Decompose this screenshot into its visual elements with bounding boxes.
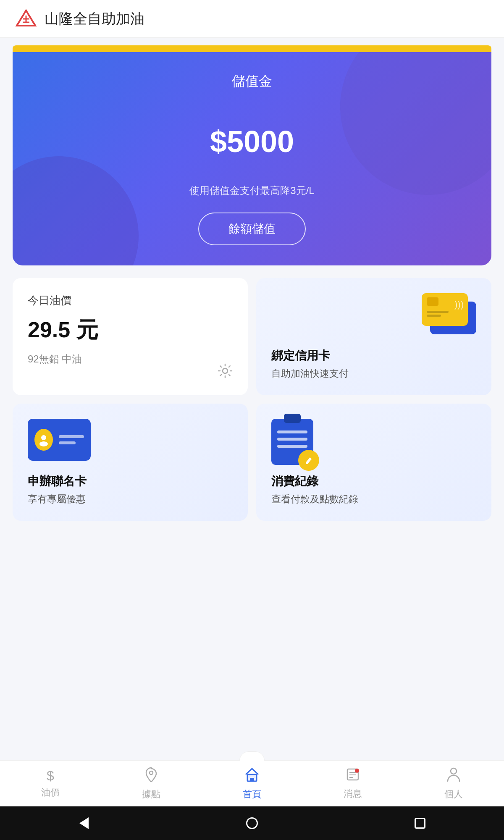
android-home-button[interactable] [243, 814, 261, 832]
grid-row-2: 申辦聯名卡 享有專屬優惠 消費紀錄 查看付款及點數紀錄 [0, 404, 504, 533]
accent-bar [13, 45, 491, 52]
record-icon-wrap [271, 419, 326, 465]
app-header: 山隆全自助加油 [0, 0, 504, 38]
app-title: 山隆全自助加油 [45, 9, 144, 29]
profile-icon [446, 767, 461, 785]
mc-line [59, 435, 84, 438]
cc-line [427, 315, 441, 317]
rec-clipboard-icon [271, 419, 313, 465]
nav-item-home[interactable]: 首頁 [202, 761, 302, 806]
android-back-button[interactable] [75, 814, 93, 832]
android-recent-button[interactable] [411, 814, 429, 832]
member-card-card[interactable]: 申辦聯名卡 享有專屬優惠 [13, 404, 248, 521]
back-triangle-icon [79, 817, 89, 829]
svg-rect-9 [250, 778, 254, 781]
topup-button[interactable]: 餘額儲值 [198, 213, 306, 245]
cc-chip-icon [427, 297, 438, 306]
oil-price-value: 29.5 元 [28, 315, 233, 345]
cc-waves-icon: ))) [454, 299, 464, 310]
home-bump [239, 751, 265, 761]
location-icon [144, 767, 158, 785]
svg-point-7 [150, 771, 153, 774]
nav-item-oil-price[interactable]: $ 油價 [0, 761, 101, 806]
rec-line [277, 430, 307, 433]
credit-card-icon-area: ))) [271, 293, 476, 335]
member-card-sub: 享有專屬優惠 [28, 493, 233, 506]
nav-label-oil-price: 油價 [41, 786, 60, 799]
card-desc: 使用儲值金支付最高降3元/L [189, 184, 314, 197]
nav-label-home: 首頁 [243, 788, 261, 801]
oil-price-sub: 92無鉛 中油 [28, 352, 233, 366]
record-title: 消費紀錄 [271, 473, 476, 489]
credit-card-title: 綁定信用卡 [271, 348, 476, 364]
mc-avatar-icon [34, 429, 53, 451]
mc-lines [59, 435, 84, 444]
home-icon [244, 767, 260, 785]
cc-line [427, 311, 449, 313]
record-sub: 查看付款及點數紀錄 [271, 493, 476, 506]
card-label: 儲值金 [232, 72, 272, 91]
news-icon [346, 767, 360, 785]
member-card-icon [28, 419, 95, 465]
recent-square-icon [415, 818, 425, 829]
svg-point-5 [41, 435, 46, 440]
nav-item-profile[interactable]: 個人 [403, 761, 504, 806]
credit-card-stack-icon: ))) [422, 293, 476, 335]
credit-card-card[interactable]: ))) 綁定信用卡 自助加油快速支付 [256, 278, 491, 395]
nav-item-news[interactable]: 消息 [302, 761, 403, 806]
record-card[interactable]: 消費紀錄 查看付款及點數紀錄 [256, 404, 491, 521]
nav-item-location[interactable]: 據點 [101, 761, 202, 806]
mc-line [59, 441, 76, 444]
app-logo-icon [15, 8, 37, 30]
mc-card [28, 419, 91, 461]
svg-point-4 [223, 368, 228, 373]
cc-lines [427, 311, 463, 317]
oil-price-label: 今日油價 [28, 293, 233, 308]
svg-point-15 [451, 768, 457, 774]
grid-row-1: 今日油價 29.5 元 92無鉛 中油 ))) [0, 265, 504, 395]
home-circle-icon [246, 817, 258, 829]
rec-line [277, 438, 307, 441]
bottom-nav: $ 油價 據點 首頁 [0, 760, 504, 806]
svg-rect-14 [355, 769, 359, 773]
rec-clip-top [284, 414, 301, 423]
nav-label-profile: 個人 [444, 788, 463, 801]
rec-line [277, 445, 307, 448]
member-card-title: 申辦聯名卡 [28, 473, 233, 489]
nav-label-news: 消息 [344, 788, 362, 800]
balance-card: 儲值金 $5000 使用儲值金支付最高降3元/L 餘額儲值 [13, 52, 491, 265]
oil-price-card: 今日油價 29.5 元 92無鉛 中油 [13, 278, 248, 395]
svg-point-6 [39, 441, 48, 446]
cc-front: ))) [422, 293, 468, 326]
rec-pen-icon [298, 450, 319, 471]
credit-card-sub: 自助加油快速支付 [271, 367, 476, 380]
dollar-icon: $ [47, 768, 54, 784]
nav-label-location: 據點 [142, 788, 160, 801]
main-content: 山隆全自助加油 儲值金 $5000 使用儲值金支付最高降3元/L 餘額儲值 今日… [0, 0, 504, 840]
card-amount: $5000 [210, 124, 294, 159]
android-nav-bar [0, 806, 504, 840]
gear-icon[interactable] [218, 363, 233, 380]
